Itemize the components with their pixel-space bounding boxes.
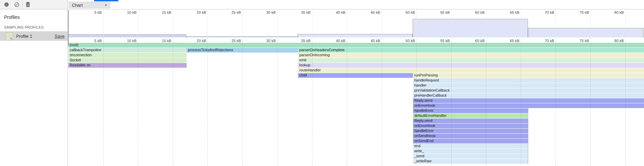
overview-memory-segment[interactable] <box>298 34 413 37</box>
gridline <box>277 38 277 166</box>
axis-tick-label: 60 kB <box>475 10 486 14</box>
flame-bar[interactable]: Readable.on <box>68 63 187 68</box>
flame-bar[interactable]: child <box>298 73 413 78</box>
save-profile-link[interactable]: Save <box>54 34 65 39</box>
flame-chart-pane: 5 kB10 kB15 kB20 kB25 kB30 kB35 kB40 kB4… <box>68 9 644 166</box>
gridline <box>382 38 382 166</box>
view-mode-value: Chart <box>72 3 83 8</box>
flame-rows: (root)callbackTrampolineprocessTicksAndR… <box>68 42 644 166</box>
overview-memory-segment[interactable] <box>413 19 528 37</box>
overview-ruler: 5 kB10 kB15 kB20 kB25 kB30 kB35 kB40 kB4… <box>68 9 644 16</box>
gridline <box>277 9 277 37</box>
sampling-profile-icon: % <box>6 32 13 40</box>
flame-bar[interactable]: onErrorHook <box>413 103 644 108</box>
active-tab-indicator <box>94 0 118 1</box>
axis-tick-label: 25 kB <box>231 10 242 14</box>
flame-bar[interactable]: end <box>413 144 529 148</box>
flame-bar[interactable]: onconnection <box>68 53 187 58</box>
flame-bar[interactable]: parserOnIncoming <box>298 53 644 58</box>
axis-tick-label: 5 kB <box>94 10 103 14</box>
devtools-memory-profiler: Chart ▼ Profiles SAMPLING PROFILES % Pro… <box>0 0 644 166</box>
flame-bar[interactable]: emit <box>298 58 644 63</box>
gridline <box>138 38 138 166</box>
profiles-toolbar <box>0 0 68 9</box>
axis-tick-label: 30 kB <box>266 10 277 14</box>
flame-bar[interactable]: routeHandler <box>298 68 644 73</box>
trash-icon <box>25 2 31 7</box>
axis-tick-label: 50 kB <box>406 10 416 14</box>
flame-bar[interactable]: parserOnHeadersComplete <box>298 48 644 53</box>
flame-bar[interactable]: handleError <box>413 108 529 113</box>
flame-bar[interactable]: _send <box>413 154 529 159</box>
gridline <box>347 38 347 166</box>
delete-profile-button[interactable] <box>24 1 32 9</box>
axis-tick-label: 20 kB <box>197 10 207 14</box>
gridline <box>347 9 347 37</box>
gridline <box>451 9 452 37</box>
gridline <box>138 9 138 37</box>
flame-bar[interactable]: onSendEnd <box>413 139 529 143</box>
toolbar-divider <box>22 2 23 7</box>
sidebar-title: Profiles <box>4 14 20 20</box>
sampling-profiles-section-label: SAMPLING PROFILES <box>4 25 44 29</box>
gridline <box>242 38 243 166</box>
gridline <box>103 9 104 37</box>
gridline <box>382 9 382 37</box>
record-heap-button[interactable] <box>2 1 10 9</box>
flame-bar[interactable]: handler <box>413 83 644 88</box>
axis-tick-label: 70 kB <box>545 10 556 14</box>
gridline <box>173 38 173 166</box>
axis-tick-label: 40 kB <box>336 10 347 14</box>
gridline <box>625 38 626 166</box>
flame-bar[interactable]: _writeRaw <box>413 159 529 164</box>
chevron-down-icon: ▼ <box>105 4 107 7</box>
overview-memory-segment[interactable] <box>528 28 644 37</box>
axis-tick-label: 45 kB <box>371 10 381 14</box>
block-icon <box>14 2 20 7</box>
flame-bar[interactable]: defaultErrorHandler <box>413 113 529 118</box>
axis-tick-label: 75 kB <box>579 10 590 14</box>
gridline <box>416 9 417 37</box>
overview-memory-segment[interactable] <box>68 34 186 37</box>
chart-pane-header: Chart ▼ <box>68 0 644 9</box>
flame-bar[interactable]: handleRequest <box>413 78 644 83</box>
flame-bar[interactable]: runPreParsing <box>413 73 644 78</box>
gridline <box>207 9 208 37</box>
gridline <box>207 38 208 166</box>
gridline <box>556 38 556 166</box>
profiles-sidebar: Profiles SAMPLING PROFILES % Profile 1 S… <box>0 9 68 166</box>
axis-tick-label: 65 kB <box>510 10 521 14</box>
flame-bar[interactable]: preHandlerCallback <box>413 93 644 98</box>
record-icon <box>4 2 9 7</box>
profile-list-item[interactable]: % Profile 1 Save <box>0 31 68 41</box>
overview-graph[interactable] <box>68 16 644 37</box>
gridline <box>625 9 626 37</box>
gridline <box>521 9 521 37</box>
axis-tick-label: 15 kB <box>162 10 173 14</box>
gridline <box>242 9 243 37</box>
gridline <box>312 9 312 37</box>
flame-bar[interactable]: Socket <box>68 58 187 63</box>
clear-profiles-button[interactable] <box>13 1 21 9</box>
flame-bar[interactable]: preValidationCallback <box>413 88 644 93</box>
vertical-scrollbar-thumb[interactable] <box>68 10 69 46</box>
overview-memory-segment[interactable] <box>186 36 298 37</box>
profile-name: Profile 1 <box>16 34 32 39</box>
gridline <box>451 38 452 166</box>
flame-bar[interactable]: Reply.send <box>413 98 644 103</box>
gridline <box>521 38 521 166</box>
flame-bar[interactable]: callbackTrampoline <box>68 48 187 53</box>
axis-tick-label: 80 kB <box>614 10 625 14</box>
flame-bar[interactable]: write_ <box>413 149 529 154</box>
flame-bar[interactable]: (root) <box>68 43 644 47</box>
view-mode-select[interactable]: Chart ▼ <box>69 2 110 8</box>
gridline <box>591 38 591 166</box>
gridline <box>486 38 486 166</box>
flame-bar[interactable]: onErrorHook <box>413 124 529 128</box>
flame-bar[interactable]: handleError <box>413 129 529 133</box>
flame-bar[interactable]: Reply.send <box>413 119 529 123</box>
axis-tick-label: 35 kB <box>301 10 312 14</box>
gridline <box>312 38 312 166</box>
flame-bar[interactable]: onSendHook <box>413 134 529 138</box>
flame-bar[interactable]: lookup <box>298 63 644 68</box>
